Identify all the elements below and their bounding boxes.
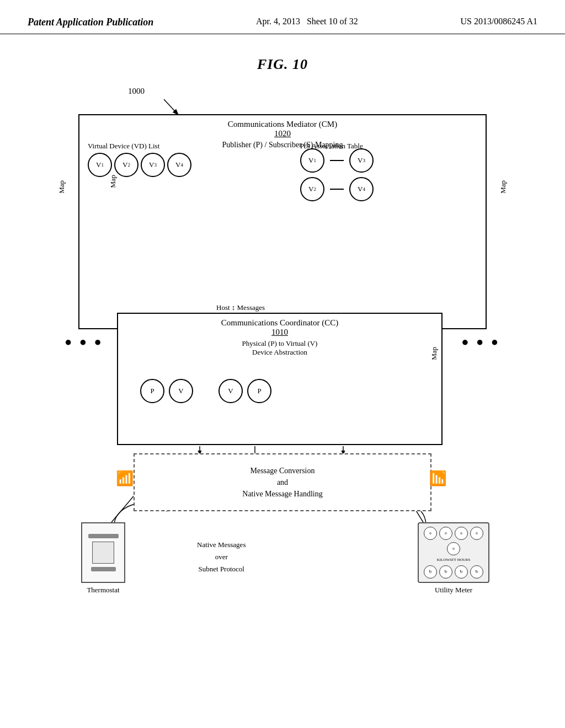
thermostat-box: [81, 522, 125, 583]
thermostat-label: Thermostat: [87, 586, 119, 595]
ps-circle-v4: V4: [349, 177, 374, 201]
phys-virt-label: Physical (P) to Virtual (V) Device Abstr…: [118, 339, 441, 357]
vd-circle-v2: V2: [114, 153, 138, 177]
publication-title: Patent Application Publication: [28, 17, 153, 28]
cc-title: Communications Coordinator (CC) 1010: [118, 318, 441, 337]
main-content: FIG. 10: [0, 34, 565, 674]
svg-line-0: [164, 99, 178, 114]
ref-1000: 1000: [128, 87, 145, 96]
cm-title: Communications Mediator (CM) 1020: [79, 120, 486, 138]
msg-conv-text: Message Conversion and Native Message Ha…: [242, 465, 322, 500]
cm-box: Communications Mediator (CM) 1020 Publis…: [78, 114, 487, 329]
vd-list-label: Virtual Device (VD) List: [88, 142, 159, 151]
thermo-line-1: [88, 534, 119, 538]
signal-icon-left: 📶: [116, 470, 134, 487]
vd-circle-v1: V1: [88, 153, 112, 177]
pv-circle-v2: V: [218, 379, 243, 403]
thermostat-screen: [92, 542, 114, 564]
map-label-left-1: Map: [57, 180, 66, 194]
utility-label: Utility Meter: [435, 586, 472, 595]
msg-conv-box: Message Conversion and Native Message Ha…: [134, 453, 431, 511]
meter-dials-2: ↻ ↻ ↻ ↻: [420, 565, 487, 579]
meter-dial-3: 0: [455, 527, 468, 540]
header-center: Apr. 4, 2013 Sheet 10 of 32: [256, 17, 358, 26]
patent-number: US 2013/0086245 A1: [460, 17, 537, 26]
thermostat: Thermostat: [81, 522, 125, 595]
utility-meter: 0 0 0 0 0 KILOWATT HOURS ↻ ↻ ↻ ↻ Utility…: [418, 522, 489, 595]
cc-box: Communications Coordinator (CC) 1010 Phy…: [117, 313, 443, 445]
map-label-left-2: Map: [109, 175, 118, 188]
pv-circles: P V V P: [140, 379, 271, 403]
meter-dial-5: 0: [447, 542, 460, 555]
meter-dial-4: 0: [470, 527, 483, 540]
pv-circle-p2: P: [247, 379, 271, 403]
meter-dial-2: 0: [439, 527, 452, 540]
meter-dial-1: 0: [424, 527, 437, 540]
thermo-line-2: [91, 567, 116, 571]
meter-box: 0 0 0 0 0 KILOWATT HOURS ↻ ↻ ↻ ↻: [418, 522, 489, 583]
pv-circle-v1: V: [169, 379, 193, 403]
pv-circle-p1: P: [140, 379, 164, 403]
signal-icon-right: 📶: [429, 470, 447, 487]
meter-dials: 0 0 0 0 0: [420, 527, 487, 555]
ps-circle-v2: V2: [300, 177, 324, 201]
meter-text: KILOWATT HOURS: [437, 558, 471, 562]
ps-assoc-circles: V1 V3 V2 V4: [300, 148, 374, 201]
native-messages-label: Native Messages over Subnet Protocol: [197, 539, 246, 575]
meter-dial-8: ↻: [455, 565, 468, 579]
publication-date: Apr. 4, 2013: [256, 17, 300, 26]
dots-right: ● ● ●: [461, 335, 500, 349]
map-label-right-1: Map: [499, 180, 508, 194]
vd-circle-v4: V4: [167, 153, 191, 177]
host-messages: Host ↕ Messages: [216, 303, 265, 312]
dots-left: ● ● ●: [65, 335, 104, 349]
ps-circle-v3: V3: [349, 148, 374, 173]
meter-dial-6: ↻: [424, 565, 437, 579]
figure-title: FIG. 10: [257, 56, 308, 73]
ps-circle-v1: V1: [300, 148, 324, 173]
page-header: Patent Application Publication Apr. 4, 2…: [0, 0, 565, 34]
vd-circles: V1 V2 V3 V4: [88, 153, 191, 177]
meter-dial-7: ↻: [439, 565, 452, 579]
sheet-info: Sheet 10 of 32: [307, 17, 358, 26]
meter-dial-9: ↻: [470, 565, 483, 579]
vd-circle-v3: V3: [141, 153, 165, 177]
diagram-area: 1000 Communications Mediator (CM) 1020 P…: [56, 84, 509, 663]
map-label-cc-right: Map: [430, 347, 439, 360]
